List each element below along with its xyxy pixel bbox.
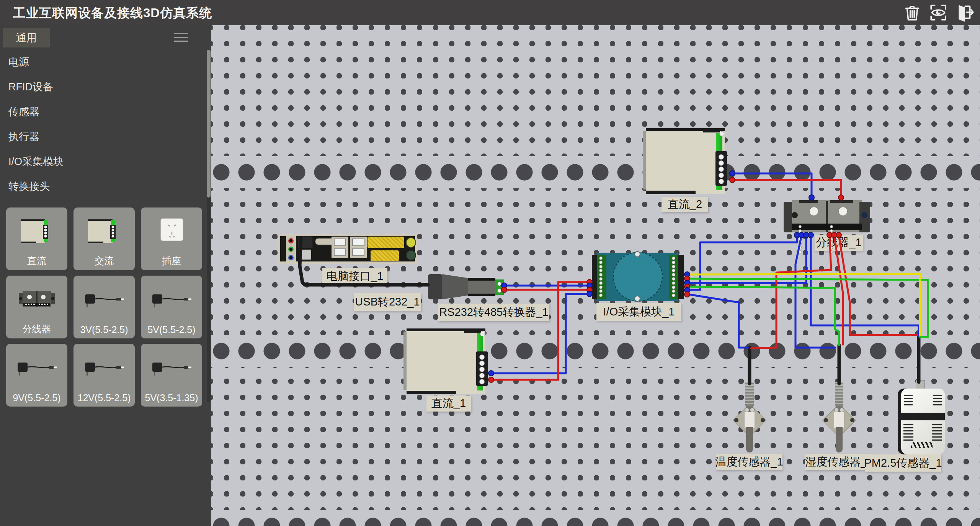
mount-hole [850,418,854,422]
usb-to-232-1[interactable] [428,273,505,300]
terminal-dot [830,242,833,245]
pm25-sensor-1[interactable] [895,380,947,457]
palette-item-label: 交流 [95,255,114,267]
terminal-dot [599,277,603,281]
sensor-ribbed-cap [745,382,754,406]
palette-item-5V(5.5-2.5)[interactable]: 5V(5.5-2.5) [141,276,202,338]
palette-item-9V(5.5-2.5)[interactable]: 9V(5.5-2.5) [6,344,67,407]
terminal-dot [599,286,603,289]
terminal-dot [479,354,485,360]
computer-interface-1[interactable] [278,234,417,264]
io-screw [634,296,640,302]
splitter-1[interactable] [784,200,870,232]
terminal-dot [799,246,802,249]
io-screw [634,251,640,257]
serial-port-label-2 [371,250,399,261]
terminal-dot [799,250,802,253]
io-right-rail [678,255,684,299]
audio-jack-green [288,247,294,252]
v3 [903,423,913,441]
sidebar-item-0[interactable]: 电源 [0,50,207,75]
terminal-dot [830,225,833,228]
round-connector-yellow [406,237,416,248]
palette-item-直流[interactable]: 直流 [6,207,67,270]
terminal-dot [599,261,603,264]
usb-slot [352,248,364,256]
terminal-dot [830,238,833,241]
terminal-dot [719,173,724,178]
terminal-dot [672,281,675,285]
socket-icon [153,216,190,246]
dc-side-shadow [403,332,407,390]
rs232-band [468,294,495,296]
terminal-dot [672,286,675,289]
tab-general[interactable]: 通用 [3,28,50,47]
sensor-ribbed-cap [835,382,843,406]
io-module-1[interactable] [592,253,684,301]
dc-notch [703,128,720,132]
terminal-dot [719,179,724,184]
sidebar-item-5[interactable]: 转换接头 [0,174,207,199]
topbar-actions [902,2,975,23]
sidebar-item-2[interactable]: 传感器 [0,100,207,124]
terminal-dot [672,265,675,268]
dc-board [407,328,485,394]
splitter-knob [809,207,818,216]
palette-item-分线器[interactable]: 分线器 [6,276,67,338]
terminal-dot [830,246,833,249]
terminal-dot [799,225,802,228]
splitter-hole [792,212,798,218]
rs232-shell [442,273,469,300]
usb-slot [334,248,346,256]
round-connector-green [406,250,416,260]
sidebar-item-3[interactable]: 执行器 [0,124,207,149]
terminal-dot [799,229,802,232]
palette-item-12V(5.5-2.5)[interactable]: 12V(5.5-2.5) [74,344,135,407]
io-disc [613,252,663,302]
terminal-dot [599,281,603,285]
serial-port-label-1 [368,237,404,248]
exit-icon[interactable] [954,2,975,23]
audio-jack-blue [288,255,294,260]
terminal-dot [599,265,603,268]
power-adapter-icon [149,353,194,383]
view-eye-icon[interactable] [928,2,949,23]
v2 [933,394,942,405]
power-board-icon [18,216,55,246]
dc-module-2[interactable] [646,128,725,194]
trash-icon[interactable] [902,2,923,23]
palette-item-3V(5.5-2.5)[interactable]: 3V(5.5-2.5) [74,276,135,338]
splitter-icon [16,284,58,314]
sidebar-scrollbar[interactable] [207,50,211,402]
palette-item-label: 12V(5.5-2.5) [78,392,131,403]
power-adapter-icon [14,353,60,383]
terminal-dot [497,289,501,293]
usb-slot [352,238,364,246]
terminal-dot [479,379,485,384]
terminal-dot [830,229,833,232]
power-adapter-icon [81,353,127,383]
mount-hole [824,418,828,422]
sensor-clamp [834,412,844,428]
top-bar: 工业互联网设备及接线3D仿真系统 [0,0,980,25]
canvas-3d-viewport[interactable]: 直流_2直流_1电脑接口_1USB转232_1RS232转485转换器_1I/O… [211,25,980,526]
terminal-dot [830,250,833,253]
component-palette: 直流交流插座分线器3V(5.5-2.5)5V(5.5-2.5)9V(5.5-2.… [6,207,205,407]
palette-item-5V(3.5-1.35)[interactable]: 5V(3.5-1.35) [141,344,202,407]
terminal-dot [599,256,603,260]
scrollbar-thumb[interactable] [207,50,211,198]
power-adapter-icon [149,285,194,315]
sensor-clamp [744,412,755,428]
palette-item-label: 5V(3.5-1.35) [145,392,198,403]
palette-item-插座[interactable]: 插座 [141,207,202,270]
terminal-dot [799,242,802,245]
palette-item-交流[interactable]: 交流 [74,207,135,270]
sidebar-item-4[interactable]: I/O采集模块 [0,149,207,174]
dc-module-1[interactable] [407,328,485,394]
dc-bottom-edge [407,391,456,394]
sidebar-item-1[interactable]: RFID设备 [0,75,207,100]
terminal-dot [799,234,802,237]
hamburger-menu-icon[interactable] [174,33,188,43]
terminal-dot [672,261,675,264]
palette-item-label: 5V(5.5-2.5) [147,324,195,335]
